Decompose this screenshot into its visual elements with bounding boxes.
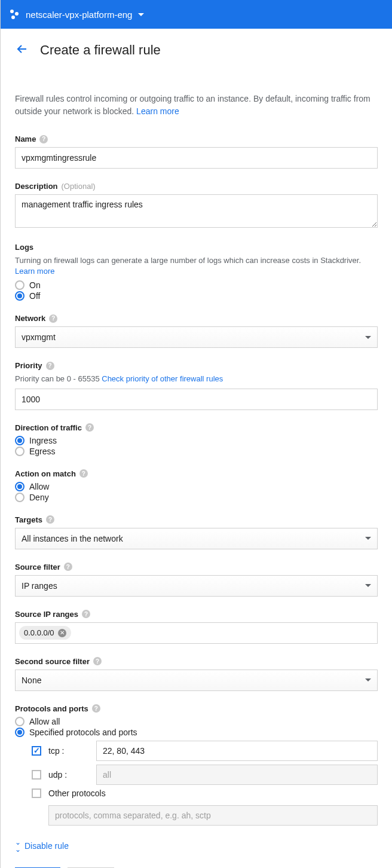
logs-off-radio[interactable]: Off xyxy=(15,291,378,301)
intro-learn-more-link[interactable]: Learn more xyxy=(136,106,179,116)
optional-hint: (Optional) xyxy=(62,182,96,191)
disable-rule-toggle[interactable]: ⌄⌄ Disable rule xyxy=(15,839,378,853)
direction-ingress-radio[interactable]: Ingress xyxy=(15,436,378,445)
radio-icon xyxy=(15,493,24,502)
chip-remove-icon[interactable]: ✕ xyxy=(58,629,66,637)
back-arrow-button[interactable] xyxy=(15,42,29,58)
action-allow-radio[interactable]: Allow xyxy=(15,482,378,491)
name-field: Name? xyxy=(15,135,378,169)
targets-field: Targets? All instances in the network xyxy=(15,515,378,549)
caret-down-icon xyxy=(365,537,371,540)
source-filter-select[interactable]: IP ranges xyxy=(15,575,378,597)
logs-on-radio[interactable]: On xyxy=(15,280,378,290)
tcp-ports-input[interactable] xyxy=(96,741,378,761)
direction-egress-radio[interactable]: Egress xyxy=(15,447,378,456)
priority-label: Priority xyxy=(15,361,42,370)
radio-icon xyxy=(15,728,24,737)
priority-field: Priority? Priority can be 0 - 65535 Chec… xyxy=(15,361,378,409)
tcp-row: tcp : xyxy=(32,741,378,761)
udp-ports-input[interactable] xyxy=(96,765,378,785)
gcp-logo-icon xyxy=(10,10,20,19)
caret-down-icon xyxy=(365,584,371,587)
help-icon[interactable]: ? xyxy=(82,610,90,618)
other-protocols-input[interactable] xyxy=(48,805,378,826)
help-icon[interactable]: ? xyxy=(93,657,102,665)
project-name: netscaler-vpx-platform-eng xyxy=(26,10,132,20)
caret-down-icon xyxy=(365,336,371,339)
name-input[interactable] xyxy=(15,147,378,169)
udp-checkbox[interactable] xyxy=(32,770,41,780)
ip-chip: 0.0.0.0/0✕ xyxy=(19,626,71,640)
logs-learn-more-link[interactable]: Learn more xyxy=(15,267,54,276)
priority-input[interactable] xyxy=(15,389,378,410)
name-label: Name xyxy=(15,135,36,143)
project-selector-bar: netscaler-vpx-platform-eng xyxy=(1,0,392,29)
protocols-field: Protocols and ports? Allow all Specified… xyxy=(15,704,378,826)
targets-select[interactable]: All instances in the network xyxy=(15,528,378,549)
radio-icon xyxy=(15,447,24,456)
network-select[interactable]: vpxmgmt xyxy=(15,326,378,348)
page-header: Create a firewall rule xyxy=(1,29,392,69)
intro-text: Firewall rules control incoming or outgo… xyxy=(15,93,378,118)
direction-field: Direction of traffic? Ingress Egress xyxy=(15,423,378,456)
description-field: Description(Optional) management traffic… xyxy=(15,182,378,230)
caret-down-icon xyxy=(365,678,371,681)
radio-icon xyxy=(15,436,24,445)
radio-icon xyxy=(15,280,24,290)
udp-label: udp : xyxy=(48,770,89,780)
udp-row: udp : xyxy=(32,765,378,785)
description-label: Description xyxy=(15,182,58,191)
network-field: Network? vpxmgmt xyxy=(15,314,378,348)
caret-down-icon xyxy=(138,13,144,16)
source-filter-field: Source filter? IP ranges xyxy=(15,563,378,597)
protocols-specified-radio[interactable]: Specified protocols and ports xyxy=(15,728,378,737)
tcp-checkbox[interactable] xyxy=(32,746,41,756)
source-ip-input[interactable]: 0.0.0.0/0✕ xyxy=(15,622,378,644)
second-filter-select[interactable]: None xyxy=(15,670,378,691)
logs-label: Logs xyxy=(15,243,33,252)
action-label: Action on match xyxy=(15,469,76,478)
other-protocols-label: Other protocols xyxy=(48,788,106,798)
source-filter-label: Source filter xyxy=(15,563,60,571)
radio-icon xyxy=(15,482,24,491)
form-content: Firewall rules control incoming or outgo… xyxy=(1,69,392,868)
other-protocols-row: Other protocols xyxy=(32,788,378,798)
help-icon[interactable]: ? xyxy=(79,469,88,478)
help-icon[interactable]: ? xyxy=(46,362,54,370)
priority-check-link[interactable]: Check priority of other firewall rules xyxy=(102,374,223,383)
page-title: Create a firewall rule xyxy=(40,42,161,58)
targets-label: Targets xyxy=(15,515,42,524)
radio-icon xyxy=(15,291,24,301)
protocols-label: Protocols and ports xyxy=(15,704,88,713)
help-icon[interactable]: ? xyxy=(46,515,54,524)
action-field: Action on match? Allow Deny xyxy=(15,469,378,502)
network-label: Network xyxy=(15,314,45,323)
source-ip-field: Source IP ranges? 0.0.0.0/0✕ xyxy=(15,610,378,644)
protocols-allow-all-radio[interactable]: Allow all xyxy=(15,717,378,726)
description-input[interactable]: management traffic ingress rules xyxy=(15,194,378,228)
project-selector[interactable]: netscaler-vpx-platform-eng xyxy=(10,10,144,20)
radio-icon xyxy=(15,717,24,726)
help-icon[interactable]: ? xyxy=(39,135,48,143)
help-icon[interactable]: ? xyxy=(49,314,57,323)
second-filter-field: Second source filter? None xyxy=(15,657,378,691)
double-chevron-down-icon: ⌄⌄ xyxy=(15,839,21,853)
help-icon[interactable]: ? xyxy=(92,704,100,713)
help-icon[interactable]: ? xyxy=(64,563,72,571)
other-protocols-checkbox[interactable] xyxy=(32,788,41,798)
action-deny-radio[interactable]: Deny xyxy=(15,493,378,502)
source-ip-label: Source IP ranges xyxy=(15,610,78,619)
help-icon[interactable]: ? xyxy=(85,423,94,432)
logs-field: Logs Turning on firewall logs can genera… xyxy=(15,243,378,301)
tcp-label: tcp : xyxy=(48,746,89,756)
second-filter-label: Second source filter xyxy=(15,657,90,666)
direction-label: Direction of traffic xyxy=(15,423,82,432)
